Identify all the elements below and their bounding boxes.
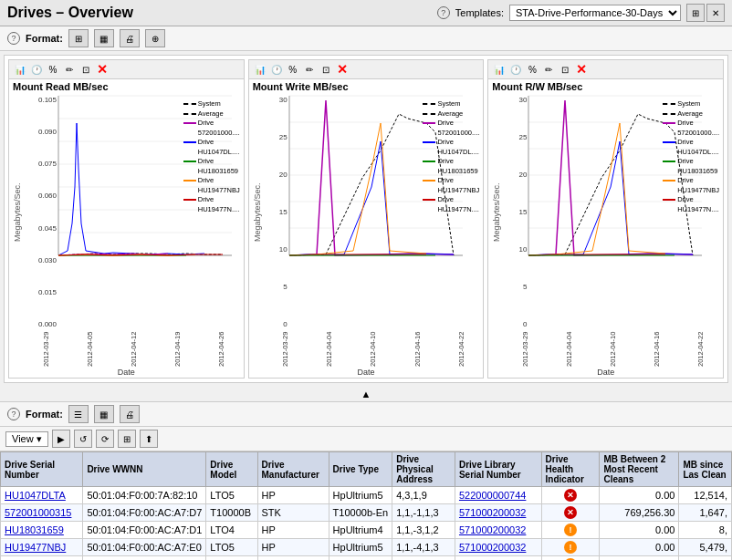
- health-status-icon: !: [564, 541, 577, 554]
- chart2-x-title: Date: [249, 367, 484, 378]
- chart2-edit-icon[interactable]: ✏: [302, 62, 317, 77]
- print-format-btn[interactable]: 🖨: [120, 29, 140, 47]
- columns-format-btn[interactable]: ▦: [94, 29, 114, 47]
- view-dropdown-btn[interactable]: View ▾: [5, 431, 48, 447]
- grid-icon[interactable]: ⊞: [686, 4, 705, 22]
- cell-address: 1,1,-1,1,3: [392, 504, 455, 522]
- layout-icon-btn[interactable]: ⊞: [118, 430, 136, 448]
- refresh-alt-icon-btn[interactable]: ⟳: [96, 430, 114, 448]
- cell-mb-between: 0.00: [600, 487, 679, 504]
- cell-model: LTO5: [206, 556, 257, 561]
- cell-health: !: [541, 539, 600, 556]
- chart2-table-icon[interactable]: ⊡: [319, 62, 333, 77]
- add-format-btn[interactable]: ⊕: [145, 29, 165, 47]
- chart-read: 📊 🕐 % ✏ ⊡ ✕ Mount Read MB/sec Megabytes/…: [8, 59, 245, 379]
- export-icon[interactable]: ✕: [706, 4, 725, 22]
- cell-lib-serial[interactable]: 571000200032: [455, 522, 541, 539]
- chart1-data-icon[interactable]: 📊: [13, 62, 27, 77]
- th-mb-between: MB Between 2 Most Recent Cleans: [600, 452, 679, 487]
- cell-lib-serial[interactable]: 571000200032: [455, 539, 541, 556]
- export-table-icon-btn[interactable]: ⬆: [140, 430, 158, 448]
- cell-model: T10000B: [206, 504, 257, 522]
- chart2-clock-icon[interactable]: 🕐: [269, 62, 284, 77]
- cell-lib-serial[interactable]: 571000200032: [455, 504, 541, 522]
- chart1-legend: System Average Drive 572001000.... Drive…: [183, 99, 240, 214]
- chart1-content: Megabytes/Sec. 0.1050.0900.0750.060 0.04…: [9, 94, 244, 330]
- chart1-x-title: Date: [9, 367, 244, 378]
- chart2-content: Megabytes/Sec. 302520151050: [249, 94, 484, 330]
- chart2-legend: System Average Drive 572001000.... Drive…: [423, 99, 479, 214]
- cell-address: 1,4,-1,1,3: [392, 556, 455, 561]
- chart2-close-icon[interactable]: ✕: [335, 62, 350, 77]
- format-help-icon[interactable]: ?: [7, 32, 20, 45]
- table-row: 572001000315 50:01:04:F0:00:AC:A7:D7 T10…: [1, 504, 732, 522]
- format-bar-top: ? Format: ⊞ ▦ 🖨 ⊕: [0, 26, 732, 51]
- th-address: Drive Physical Address: [392, 452, 455, 487]
- templates-select[interactable]: STA-Drive-Performance-30-Days: [509, 5, 681, 21]
- cell-serial[interactable]: HU19477NBJ: [1, 539, 83, 556]
- table-format-btn[interactable]: ⊞: [68, 29, 89, 47]
- cols-fmt-btn[interactable]: ▦: [94, 405, 114, 423]
- cell-lib-serial[interactable]: 522000000744: [455, 487, 541, 504]
- chart3-clock-icon[interactable]: 🕐: [508, 62, 523, 77]
- title-icons: ⊞ ✕: [686, 4, 725, 22]
- cell-wwnn: 50:01:04:F0:00:8A:BA:33: [83, 556, 206, 561]
- chart1-y-label: Megabytes/Sec.: [11, 96, 24, 328]
- chart1-table-icon[interactable]: ⊡: [78, 62, 93, 77]
- cell-model: LTO5: [206, 487, 257, 504]
- chart1-y-ticks: 0.1050.0900.0750.060 0.0450.0300.0150.00…: [24, 96, 57, 328]
- collapse-arrow: ▲: [361, 389, 371, 399]
- format-label: Format:: [26, 33, 63, 44]
- th-wwnn: Drive WWNN: [83, 452, 206, 487]
- cell-address: 1,1,-3,1,2: [392, 522, 455, 539]
- cell-health: ✕: [541, 487, 600, 504]
- chart3-edit-icon[interactable]: ✏: [541, 62, 556, 77]
- data-table: Drive Serial Number Drive WWNN Drive Mod…: [0, 451, 732, 560]
- chart3-content: Megabytes/Sec. 302520151050: [488, 94, 723, 330]
- chart3-y-ticks: 302520151050: [501, 96, 527, 328]
- chart2-data-icon[interactable]: 📊: [253, 62, 267, 77]
- cell-address: 1,1,-4,1,3: [392, 539, 455, 556]
- chart3-percent-icon[interactable]: %: [525, 62, 539, 77]
- chart3-data-icon[interactable]: 📊: [492, 62, 507, 77]
- chart1-title: Mount Read MB/sec: [9, 79, 244, 94]
- cell-serial[interactable]: HU19477NCA: [1, 556, 83, 561]
- table-row: HU19477NBJ 50:01:04:F0:00:AC:A7:E0 LTO5 …: [1, 539, 732, 556]
- table-row: HU1047DLTA 50:01:04:F0:00:7A:82:10 LTO5 …: [1, 487, 732, 504]
- cell-mb-since: 12,514,: [679, 487, 732, 504]
- list-fmt-btn[interactable]: ☰: [68, 405, 89, 423]
- table-row: HU19477NCA 50:01:04:F0:00:8A:BA:33 LTO5 …: [1, 556, 732, 561]
- th-health: Drive Health Indicator: [541, 452, 600, 487]
- chart1-close-icon[interactable]: ✕: [95, 62, 110, 77]
- format-bar-bottom: ? Format: ☰ ▦ 🖨: [0, 402, 732, 427]
- templates-label: Templates:: [455, 7, 504, 18]
- cell-serial[interactable]: HU18031659: [1, 522, 83, 539]
- cell-mb-between: 0.00: [600, 556, 679, 561]
- health-status-icon: ✕: [564, 506, 577, 519]
- refresh-icon-btn[interactable]: ↺: [74, 430, 92, 448]
- format2-help-icon[interactable]: ?: [7, 408, 20, 420]
- cell-serial[interactable]: 572001000315: [1, 504, 83, 522]
- chart1-percent-icon[interactable]: %: [46, 62, 60, 77]
- play-icon-btn[interactable]: ▶: [52, 430, 70, 448]
- cell-lib-serial[interactable]: 516000100451: [455, 556, 541, 561]
- data-table-wrapper: Drive Serial Number Drive WWNN Drive Mod…: [0, 451, 732, 560]
- health-status-icon: !: [564, 524, 577, 536]
- collapse-bar[interactable]: ▲: [0, 387, 732, 402]
- chart3-close-icon[interactable]: ✕: [574, 62, 589, 77]
- chart1-edit-icon[interactable]: ✏: [62, 62, 77, 77]
- cell-address: 4,3,1,9: [392, 487, 455, 504]
- cell-mb-between: 769,256.30: [600, 504, 679, 522]
- cell-serial[interactable]: HU1047DLTA: [1, 487, 83, 504]
- chart2-percent-icon[interactable]: %: [286, 62, 300, 77]
- cell-mb-since: 5,290,: [679, 556, 732, 561]
- th-model: Drive Model: [206, 452, 257, 487]
- chart3-table-icon[interactable]: ⊡: [558, 62, 572, 77]
- cell-wwnn: 50:01:04:F0:00:AC:A7:D7: [83, 504, 206, 522]
- help-icon[interactable]: ?: [437, 6, 450, 19]
- chart2-title: Mount Write MB/sec: [249, 79, 484, 94]
- chart1-clock-icon[interactable]: 🕐: [29, 62, 44, 77]
- chart-write: 📊 🕐 % ✏ ⊡ ✕ Mount Write MB/sec Megabytes…: [248, 59, 485, 379]
- print-fmt-btn2[interactable]: 🖨: [120, 405, 140, 423]
- cell-health: ✕: [541, 504, 600, 522]
